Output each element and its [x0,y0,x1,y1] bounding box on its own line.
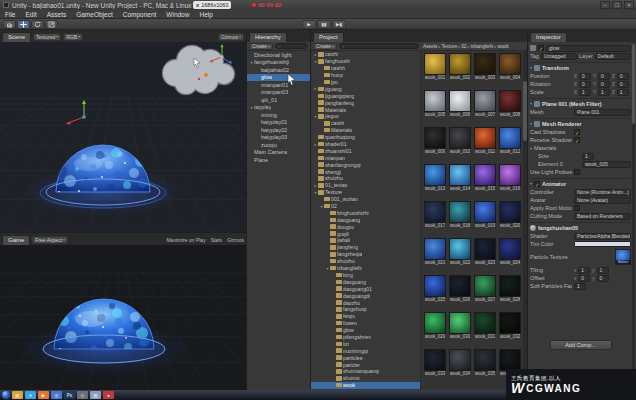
rotate-tool-button[interactable] [31,20,44,29]
receive-shadows-checkbox[interactable]: ✓ [574,137,580,143]
window-titlebar[interactable]: Unity - bajiahao01.unity - New Unity Pro… [0,0,636,10]
project-create-button[interactable]: Create ▾ [313,43,337,50]
tab-scene[interactable]: Scene [2,32,31,42]
object-name-field[interactable]: glow [546,45,631,52]
active-checkbox[interactable]: ✓ [538,45,544,51]
tab-hierarchy[interactable]: Hierarchy [249,32,287,42]
foldout-icon[interactable]: ▾ [530,65,532,70]
maximize-on-play-toggle[interactable]: Maximize on Play [166,237,205,243]
pan-tool-button[interactable] [3,20,16,29]
asset-wook-025[interactable]: wook_025 [423,275,447,311]
scale-y-field[interactable]: 1 [598,89,610,96]
offset-y-field[interactable]: 0 [597,275,609,282]
screen-recorder-overlay[interactable]: ≡ 1686x1060 [193,1,231,9]
asset-wook-026[interactable]: wook_026 [448,275,472,311]
tab-inspector[interactable]: Inspector [530,32,567,42]
animator-enabled-checkbox[interactable]: ✓ [534,181,540,187]
scene-gizmos-dropdown[interactable]: Gizmos ▾ [218,33,244,41]
hierarchy-item-plane[interactable]: Plane [247,156,310,164]
scene-viewport[interactable] [0,42,246,232]
avatar-field[interactable]: None (Avatar) [574,197,631,204]
material-header[interactable]: fangzhushan05 [530,222,631,232]
stats-toggle[interactable]: Stats [211,237,222,243]
hierarchy-item-haiyplay02[interactable]: haiyplay02 [247,126,310,134]
close-button[interactable]: × [624,1,634,9]
taskbar-icon-browser[interactable]: ◎ [51,391,62,399]
light-probes-checkbox[interactable] [574,169,580,175]
asset-wook-018[interactable]: wook_018 [448,201,472,237]
tint-color-swatch[interactable] [574,241,631,247]
project-folder-particlee[interactable]: particlee [311,354,420,361]
project-folder-shuizhu[interactable]: shuizhu [311,258,420,265]
texture-select-button[interactable]: Select [616,260,630,264]
layer-dropdown[interactable]: Default [595,53,631,60]
asset-wook-005[interactable]: wook_005 [423,90,447,126]
tab-game[interactable]: Game [2,235,30,245]
project-folder-materials[interactable]: Materials [311,106,420,113]
asset-wook-027[interactable]: wook_027 [473,275,497,311]
mesh-field[interactable]: Plane 001 [574,109,631,116]
asset-wook-016[interactable]: wook_016 [498,164,522,200]
hierarchy-item-main-camera[interactable]: Main Camera [247,149,310,157]
hierarchy-search-input[interactable]: ○ [275,43,308,49]
aspect-dropdown[interactable]: Free Aspect ▾ [32,236,68,244]
project-folder-jpu[interactable]: jpu [311,79,420,86]
asset-wook-031[interactable]: wook_031 [473,312,497,348]
breadcrumb-item-texture[interactable]: Texture [441,44,457,49]
breadcrumb-item-txbangliefx[interactable]: txbangliefx [471,44,494,49]
asset-wook-008[interactable]: wook_008 [498,90,522,126]
move-tool-button[interactable] [17,20,30,29]
project-folder-dougou[interactable]: dougou [311,223,420,230]
animator-component-header[interactable]: ▾ ✓ Animator [530,178,631,188]
project-folder-paricler[interactable]: paricler [311,361,420,368]
project-folder-txbangliefx[interactable]: ▾txbangliefx [311,265,420,272]
culling-dropdown[interactable]: Based on Renderers [574,213,631,220]
menu-item-component[interactable]: Component [118,11,162,18]
project-folder-daoguang01[interactable]: daoguang01 [311,285,420,292]
tag-dropdown[interactable]: Untagged [541,53,577,60]
hierarchy-item-tayplay[interactable]: ▾tayplay [247,104,310,112]
project-folder-pifengshrien[interactable]: pifengshrien [311,334,420,341]
project-folder-daozhu[interactable]: daozhu [311,299,420,306]
project-folder-zhuanshi01[interactable]: zhuanshi01 [311,147,420,154]
materials-size-field[interactable]: 1 [582,153,594,160]
project-folder-wook[interactable]: wook [311,382,420,389]
shader-dropdown[interactable]: Particles/Alpha Blended [574,233,631,240]
scene-channel-dropdown[interactable]: RGB ▾ [63,33,83,41]
asset-wook-024[interactable]: wook_024 [498,238,522,274]
project-folder-cashh[interactable]: cashh [311,65,420,72]
asset-wook-003[interactable]: wook_003 [473,53,497,89]
taskbar-icon-media-player[interactable]: ▶ [38,391,49,399]
recorder-menu-icon[interactable]: ≡ [196,2,199,8]
mesh-filter-component-header[interactable]: ▾ Plane 001 (Mesh Filter) [530,98,631,108]
play-button[interactable]: ▶ [302,20,316,29]
project-folder-guqili[interactable]: guqili [311,230,420,237]
taskbar-icon-internet-explorer[interactable]: e [25,391,36,399]
start-button[interactable] [2,391,10,399]
project-folder-texture[interactable]: ▾Texture [311,189,420,196]
soft-particles-field[interactable]: 1 [574,283,586,290]
particle-texture-preview[interactable]: Select [615,249,631,265]
scene-shading-dropdown[interactable]: Textured ▾ [33,33,61,41]
mesh-renderer-component-header[interactable]: ▾ Mesh Renderer [530,118,631,128]
project-folder-materials[interactable]: Materials [311,127,420,134]
asset-wook-029[interactable]: wook_029 [423,312,447,348]
element-material-field[interactable]: wook_005 [582,161,631,168]
asset-wook-020[interactable]: wook_020 [498,201,522,237]
asset-wook-034[interactable]: wook_034 [448,349,472,385]
project-folder-jianglianfeng[interactable]: jianglianfeng [311,99,420,106]
tiling-y-field[interactable]: 1 [597,267,609,274]
project-folder-shader01[interactable]: ▸shader01 [311,141,420,148]
project-folder-shuimianquanqi[interactable]: shuimianquanqi [311,368,420,375]
controller-field[interactable]: None (Runtime Anim...) [574,189,631,196]
project-folder-shengji[interactable]: shengji [311,168,420,175]
asset-wook-033[interactable]: wook_033 [423,349,447,385]
project-folder-jieguo[interactable]: ▾jieguo [311,113,420,120]
add-component-button[interactable]: Add Comp... [550,340,612,350]
asset-wook-014[interactable]: wook_014 [448,164,472,200]
asset-wook-006[interactable]: wook_006 [448,90,472,126]
menu-item-window[interactable]: Window [161,11,194,18]
project-folder-shanfangrongqi[interactable]: shanfangrongqi [311,161,420,168]
project-folder-caizhi[interactable]: ▸caizhi [311,51,420,58]
project-folder-fangshuiqi[interactable]: fangshuiqi [311,306,420,313]
